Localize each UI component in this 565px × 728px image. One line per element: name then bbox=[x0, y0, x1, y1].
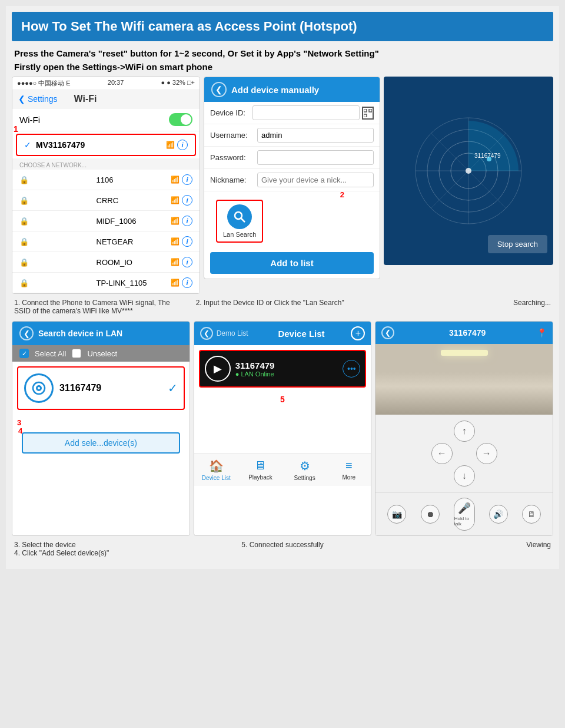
page-title: How To Set The Wifi camera as Access Poi… bbox=[12, 12, 553, 41]
caption-top-right: Searching... bbox=[375, 297, 553, 316]
scan-icon[interactable] bbox=[362, 107, 374, 120]
wifi-toggle[interactable] bbox=[169, 113, 192, 126]
direction-pad: ↑ ← → ↓ bbox=[431, 421, 497, 487]
wifi-title: Wi-Fi bbox=[74, 94, 97, 104]
nav-settings[interactable]: ⚙ Settings bbox=[282, 459, 327, 481]
device-list-header: ❮ Demo List Device List + bbox=[194, 322, 371, 345]
device-id-row: Device ID: bbox=[204, 102, 380, 124]
step-1-label: 1 bbox=[14, 124, 18, 134]
location-icon[interactable]: 📍 bbox=[537, 328, 547, 337]
add-device-back-button[interactable]: ❮ bbox=[211, 82, 227, 97]
network-item-3[interactable]: 🔒 MIDF_1006 📶i bbox=[12, 211, 200, 231]
up-button[interactable]: ↑ bbox=[454, 421, 475, 442]
display-button[interactable]: 🖥 bbox=[522, 505, 541, 524]
stop-search-button[interactable]: Stop search bbox=[488, 235, 547, 253]
camera-header: ❮ 31167479 📍 bbox=[375, 322, 553, 344]
status-bar: ●●●●○ 中国移动 E 20:37 ● ● 32% □+ bbox=[12, 77, 200, 90]
network-item-5[interactable]: 🔒 ROOM_IO 📶i bbox=[12, 252, 200, 273]
bottom-row: ❮ Search device in LAN ✓ Select All Unse… bbox=[12, 321, 553, 536]
caption-top-left: 1. Connect the Phone to Camera WiFi sign… bbox=[12, 297, 190, 316]
step-3-area: 3 bbox=[12, 415, 190, 428]
wifi-panel: ●●●●○ 中国移动 E 20:37 ● ● 32% □+ ❮ Settings… bbox=[12, 77, 200, 294]
step-2-label: 2 bbox=[340, 190, 344, 199]
wifi-toggle-row: Wi-Fi bbox=[12, 108, 200, 131]
nav-playback-label: Playback bbox=[248, 474, 272, 481]
lan-search-header: ❮ Search device in LAN bbox=[12, 322, 190, 345]
volume-button[interactable]: 🔊 bbox=[489, 505, 508, 524]
device-name: 31167479 bbox=[235, 360, 338, 370]
more-icon: ≡ bbox=[345, 459, 353, 472]
lan-header-title: Search device in LAN bbox=[38, 329, 122, 338]
add-to-list-button[interactable]: Add to list bbox=[210, 252, 374, 274]
playback-icon: 🖥 bbox=[254, 459, 266, 472]
step-4-label: 4 bbox=[18, 426, 22, 435]
svg-point-18 bbox=[38, 387, 40, 389]
choose-network-label: CHOOSE A NETWORK... bbox=[12, 158, 200, 170]
svg-line-4 bbox=[241, 219, 245, 223]
cam-back-button[interactable]: ❮ bbox=[381, 326, 394, 339]
connected-network[interactable]: ✓ MV31167479 📶 i bbox=[16, 134, 196, 156]
nav-more[interactable]: ≡ More bbox=[327, 459, 371, 481]
unselect-label: Unselect bbox=[87, 349, 117, 358]
right-button[interactable]: → bbox=[476, 443, 497, 464]
password-input[interactable] bbox=[257, 150, 374, 165]
network-item-6[interactable]: 🔒 TP-LINK_1105 📶i bbox=[12, 273, 200, 293]
caption-bottom-right: Viewing bbox=[375, 540, 553, 558]
network-item-2[interactable]: 🔒 CRRC 📶i bbox=[12, 190, 200, 211]
device-id-input[interactable] bbox=[252, 105, 360, 120]
unselect-checkbox[interactable] bbox=[72, 349, 81, 358]
network-item-4[interactable]: 🔒 NETGEAR 📶i bbox=[12, 231, 200, 252]
network-item-1[interactable]: 🔒 1106 📶i bbox=[12, 170, 200, 190]
svg-rect-0 bbox=[364, 109, 367, 112]
add-select-button[interactable]: Add sele...device(s) bbox=[22, 432, 180, 454]
select-all-checkbox[interactable]: ✓ bbox=[19, 349, 29, 358]
play-button[interactable]: ▶ bbox=[205, 356, 231, 382]
info-icon[interactable]: i bbox=[177, 140, 188, 150]
hold-to-talk-label: Hold to talk bbox=[454, 516, 474, 527]
step-3-number: 3 bbox=[17, 418, 21, 427]
add-device-plus-button[interactable]: + bbox=[351, 326, 365, 340]
svg-point-3 bbox=[235, 212, 242, 219]
nickname-row: Nickname: bbox=[204, 169, 380, 191]
lan-back-button[interactable]: ❮ bbox=[19, 326, 34, 340]
nav-settings-label: Settings bbox=[294, 475, 315, 481]
lan-search-label: Lan Search bbox=[223, 231, 256, 238]
controls-row: ↑ ← → ↓ bbox=[375, 415, 553, 492]
device-id-label: Device ID: bbox=[210, 108, 252, 117]
more-options-button[interactable]: ••• bbox=[343, 360, 360, 378]
microphone-button[interactable]: 🎤 Hold to talk bbox=[454, 498, 475, 531]
radar-panel: 31167479 Stop search bbox=[384, 77, 553, 265]
select-bar: ✓ Select All Unselect bbox=[12, 345, 190, 362]
record-button[interactable]: ⏺ bbox=[421, 505, 440, 524]
username-row: Username: bbox=[204, 124, 380, 147]
device-list-back[interactable]: ❮ bbox=[200, 327, 213, 340]
device-info: 31167479 ● LAN Online bbox=[235, 360, 338, 378]
spacer bbox=[194, 406, 371, 454]
nav-device-list[interactable]: 🏠 Device List bbox=[194, 459, 238, 481]
lan-search-button[interactable]: Lan Search bbox=[216, 200, 263, 243]
search-circle-icon bbox=[227, 204, 252, 229]
add-device-panel: ❮ Add device manually Device ID: Usernam… bbox=[204, 77, 380, 279]
demo-list-tab[interactable]: Demo List bbox=[217, 329, 248, 337]
username-label: Username: bbox=[210, 131, 257, 140]
home-icon: 🏠 bbox=[209, 459, 224, 473]
device-card[interactable]: ▶ 31167479 ● LAN Online ••• bbox=[199, 350, 367, 388]
main-container: How To Set The Wifi camera as Access Poi… bbox=[6, 6, 559, 569]
back-button[interactable]: ❮ Settings bbox=[18, 94, 57, 104]
nav-device-list-label: Device List bbox=[202, 475, 231, 481]
nickname-input[interactable] bbox=[257, 173, 374, 187]
down-button[interactable]: ↓ bbox=[454, 465, 475, 487]
carrier-label: ●●●●○ 中国移动 E bbox=[17, 79, 71, 88]
nav-playback[interactable]: 🖥 Playback bbox=[238, 459, 282, 481]
device-list-panel: ❮ Demo List Device List + ▶ 31167479 ● L… bbox=[194, 321, 372, 536]
step-5-label: 5 bbox=[194, 392, 371, 406]
cam-device-id: 31167479 bbox=[398, 328, 537, 337]
lan-device-item[interactable]: 31167479 ✓ bbox=[17, 366, 185, 410]
camera-button[interactable]: 📷 bbox=[387, 505, 406, 524]
caption-bottom-middle: 5. Connected successfully bbox=[194, 540, 372, 558]
bottom-nav: 🏠 Device List 🖥 Playback ⚙ Settings ≡ Mo… bbox=[194, 454, 371, 486]
username-input[interactable] bbox=[257, 128, 374, 143]
caption-step3: 3. Select the device bbox=[14, 541, 188, 549]
left-button[interactable]: ← bbox=[431, 443, 453, 464]
nav-more-label: More bbox=[342, 474, 355, 481]
